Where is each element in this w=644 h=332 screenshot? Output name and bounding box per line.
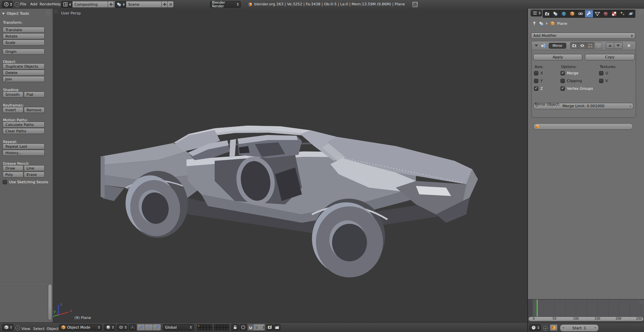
history-button[interactable]: History... [3, 150, 45, 156]
scene-add-button[interactable] [162, 1, 168, 8]
tab-modifiers[interactable] [585, 10, 593, 17]
tab-physics[interactable] [627, 10, 635, 17]
pivot-point-dropdown[interactable] [117, 324, 128, 331]
viewport-3d[interactable]: User Persp z x y (9) Plane [53, 9, 527, 322]
clipping-checkbox[interactable] [560, 79, 565, 83]
modifier-delete-icon[interactable] [627, 43, 631, 48]
tab-scene[interactable] [551, 10, 560, 17]
collapse-menus-toggle[interactable]: − [15, 326, 20, 330]
modifier-move-up-button[interactable] [606, 42, 614, 49]
axis-y-row[interactable]: Y [534, 79, 543, 83]
panel-header-object-tools[interactable]: Object Tools [2, 11, 29, 16]
frame-start-field[interactable]: ◂Start: 1▸ [560, 324, 599, 332]
region-corner-handle[interactable] [639, 300, 643, 304]
modifier-move-down-button[interactable] [614, 42, 623, 49]
merge-row[interactable]: Merge [560, 71, 578, 75]
tab-constraints[interactable] [577, 10, 585, 17]
opengl-render-anim-button[interactable] [273, 324, 280, 331]
modifier-show-viewport-toggle[interactable] [578, 42, 586, 49]
texture-v-checkbox[interactable] [599, 79, 603, 83]
modifier-show-editmode-toggle[interactable] [586, 42, 594, 49]
layer-cell[interactable] [214, 324, 217, 327]
menu-select[interactable]: Select [33, 324, 45, 332]
manipulator-scale-button[interactable] [153, 324, 161, 331]
tab-texture[interactable] [610, 10, 619, 17]
pin-icon[interactable] [532, 21, 537, 26]
shade-flat-button[interactable]: Flat [24, 91, 45, 97]
lock-to-scene-toggle[interactable] [231, 324, 239, 331]
region-corner-handle[interactable] [639, 10, 643, 14]
grease-line-button[interactable]: Line [24, 165, 45, 171]
modifier-render-toggle[interactable] [570, 42, 578, 49]
window-duplicate-button[interactable] [412, 1, 418, 8]
delete-button[interactable]: Delete [3, 70, 45, 76]
copy-button[interactable]: Copy [585, 54, 635, 60]
layer-cell[interactable] [220, 327, 223, 330]
repeat-last-button[interactable]: Repeat Last [3, 143, 45, 149]
menu-file[interactable]: File [19, 1, 27, 8]
scene-browse-button[interactable] [115, 1, 126, 8]
snap-toggle[interactable] [248, 324, 254, 331]
shade-smooth-button[interactable]: Smooth [3, 91, 23, 97]
tab-particles[interactable] [619, 10, 627, 17]
panel-drag-handle[interactable] [46, 11, 50, 15]
layer-cell[interactable] [220, 324, 223, 327]
clear-paths-button[interactable]: Clear Paths [3, 128, 45, 134]
texture-u-checkbox[interactable] [599, 71, 603, 75]
scene-delete-button[interactable] [168, 1, 174, 8]
scene-name-field[interactable]: Scene [126, 1, 162, 8]
panel-expand-icon[interactable] [535, 45, 538, 47]
menu-help[interactable]: Help [52, 1, 61, 8]
toolshelf-scrollbar[interactable] [48, 284, 52, 320]
layer-cell[interactable] [200, 324, 203, 327]
merge-checkbox[interactable] [560, 71, 565, 75]
grease-draw-button[interactable]: Draw [3, 165, 23, 171]
layer-cell[interactable] [200, 327, 203, 330]
insert-keyframe-button[interactable]: Insert [3, 107, 23, 113]
screen-layout-add-button[interactable] [108, 1, 114, 8]
layer-cell[interactable] [203, 324, 206, 327]
use-sketching-session-row[interactable]: Use Sketching Sessio [3, 180, 52, 184]
scale-button[interactable]: Scale [3, 40, 45, 46]
collapse-menus-toggle[interactable]: − [15, 2, 19, 7]
scene-breadcrumb-icon[interactable] [539, 21, 544, 26]
layer-cell[interactable] [206, 324, 209, 327]
menu-object[interactable]: Object [46, 324, 59, 332]
grease-poly-button[interactable]: Poly [3, 172, 23, 178]
render-engine-dropdown[interactable]: Blender Render [210, 1, 241, 8]
texture-u-row[interactable]: U [599, 71, 608, 75]
opengl-render-button[interactable] [266, 324, 273, 331]
proportional-edit-dropdown[interactable] [239, 324, 247, 331]
expand-menus-toggle[interactable]: + [543, 326, 548, 331]
object-breadcrumb-cube-icon[interactable] [550, 21, 555, 26]
current-frame-indicator-button[interactable] [550, 324, 557, 331]
menu-render[interactable]: Render [39, 1, 53, 8]
screen-layout-browse-button[interactable] [61, 1, 72, 8]
tab-world[interactable] [560, 10, 568, 17]
modifier-name-field[interactable]: Mirror [549, 43, 566, 49]
duplicate-objects-button[interactable]: Duplicate Objects [3, 63, 45, 69]
texture-v-row[interactable]: V [599, 79, 608, 83]
viewport-shading-dropdown[interactable] [104, 324, 115, 331]
layer-cell[interactable] [209, 327, 212, 330]
vertex-groups-row[interactable]: Vertex Groups [560, 86, 593, 91]
region-resize-handle[interactable] [54, 9, 58, 14]
editor-type-button-timeline[interactable] [529, 324, 541, 331]
timeline-track[interactable] [528, 300, 644, 317]
transform-orientation-dropdown[interactable]: Global [163, 324, 194, 331]
layer-cell[interactable] [217, 327, 220, 330]
layers-widget-group2[interactable] [214, 324, 229, 331]
menu-add[interactable]: Add [30, 1, 38, 8]
calculate-paths-button[interactable]: Calculate Paths [3, 122, 45, 128]
snap-element-dropdown[interactable] [254, 324, 265, 331]
tab-object-data[interactable] [593, 10, 602, 17]
rotate-button[interactable]: Rotate [3, 33, 45, 39]
layer-cell[interactable] [197, 324, 200, 327]
axis-y-checkbox[interactable] [534, 79, 538, 83]
translate-button[interactable]: Translate [3, 27, 45, 33]
timeline-playhead[interactable] [537, 300, 538, 317]
grease-erase-button[interactable]: Erase [24, 172, 45, 178]
clipping-row[interactable]: Clipping [560, 79, 582, 83]
screen-layout-name-field[interactable]: Compositing [72, 1, 108, 8]
join-button[interactable]: Join [3, 76, 45, 82]
